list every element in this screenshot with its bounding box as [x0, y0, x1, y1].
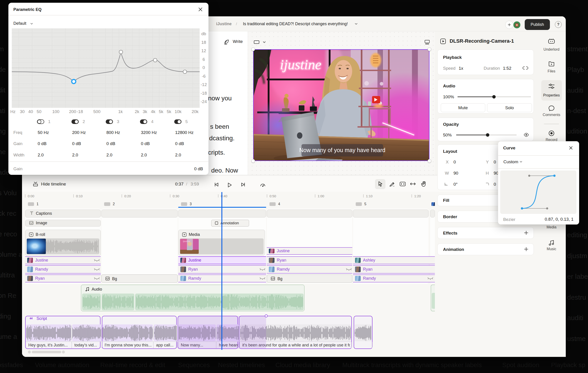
svg-text:ijustine: ijustine — [280, 57, 321, 72]
svg-text:ijustine: ijustine — [183, 240, 190, 242]
svg-text:Now many of you may have heard: Now many of you may have heard — [299, 147, 385, 153]
